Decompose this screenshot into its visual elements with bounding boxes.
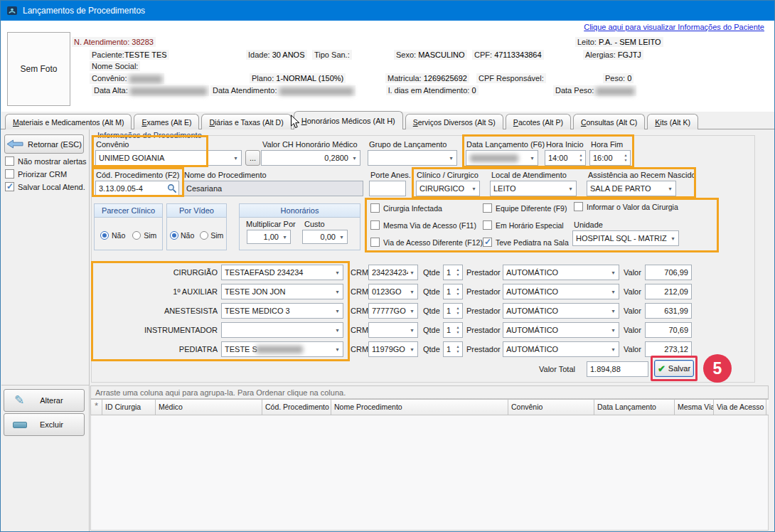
valor-ch-combobox[interactable]: 0,2800 ▾	[261, 150, 360, 166]
crm-combobox[interactable]: 2342342340 ▾	[368, 265, 418, 280]
chevron-down-icon[interactable]: ▾	[608, 323, 619, 337]
prestador-combobox[interactable]: AUTOMÁTICO ▾	[503, 284, 619, 299]
chevron-down-icon[interactable]: ▾	[407, 323, 417, 337]
chevron-down-icon[interactable]: ▾	[668, 231, 678, 245]
team-doctor-combobox[interactable]: TESTAEFASD 234234 ▾	[221, 265, 343, 280]
informar-valor-checkbox[interactable]	[574, 202, 583, 211]
chevron-down-icon[interactable]: ▾	[469, 181, 479, 196]
crm-combobox[interactable]: 11979GO ▾	[368, 341, 418, 357]
qtde-spinner[interactable]: 1 ▲▼	[443, 341, 463, 357]
convenio-combobox[interactable]: UNIMED GOIANIA ▾	[95, 150, 242, 166]
excluir-button[interactable]: Excluir	[4, 413, 85, 436]
spinner-buttons[interactable]: ▲▼	[577, 151, 585, 165]
priorizar-crm-checkbox[interactable]	[5, 169, 14, 179]
equipe-diferente-checkbox[interactable]	[483, 203, 492, 213]
column-header-nome-procedimento[interactable]: Nome Procedimento	[331, 399, 508, 415]
chevron-down-icon[interactable]: ▾	[332, 284, 343, 299]
hora-fim-spinner[interactable]: 16:00 ▲▼	[589, 150, 631, 166]
chevron-down-icon[interactable]: ▾	[230, 151, 241, 165]
chevron-down-icon[interactable]: ▾	[407, 284, 417, 299]
cod-procedimento-field[interactable]: 3.13.09.05-4	[95, 181, 179, 196]
spinner-buttons[interactable]: ▲▼	[454, 323, 462, 337]
chevron-down-icon[interactable]: ▾	[279, 230, 290, 243]
column-header-via-acesso[interactable]: Via de Acesso	[714, 399, 766, 415]
horario-especial-checkbox[interactable]	[483, 220, 492, 230]
unidade-combobox[interactable]: HOSPITAL SQL - MATRIZ ▾	[572, 230, 679, 246]
chevron-down-icon[interactable]: ▾	[332, 342, 343, 356]
prestador-combobox[interactable]: AUTOMÁTICO ▾	[503, 322, 619, 338]
chevron-down-icon[interactable]: ▾	[608, 265, 619, 280]
tab-kits[interactable]: Kits (Alt K)	[647, 114, 698, 129]
mesma-via-checkbox[interactable]	[370, 220, 380, 230]
chevron-down-icon[interactable]: ▾	[608, 342, 619, 356]
spinner-buttons[interactable]: ▲▼	[454, 265, 462, 280]
chevron-down-icon[interactable]: ▾	[332, 323, 343, 337]
tab-diarias[interactable]: Diárias e Taxas (Alt D)	[201, 114, 291, 129]
chevron-down-icon[interactable]: ▾	[565, 181, 576, 196]
tab-pacotes[interactable]: Pacotes (Alt P)	[506, 114, 571, 129]
spinner-buttons[interactable]: ▲▼	[454, 342, 462, 356]
chevron-down-icon[interactable]: ▾	[665, 181, 675, 196]
qtde-spinner[interactable]: 1 ▲▼	[443, 303, 463, 319]
chevron-down-icon[interactable]: ▾	[407, 265, 417, 280]
grid-body-empty[interactable]	[90, 415, 769, 531]
pediatra-sala-checkbox[interactable]	[483, 238, 492, 247]
porte-anes-field[interactable]	[369, 181, 406, 196]
spinner-buttons[interactable]: ▲▼	[621, 151, 630, 165]
valor-field[interactable]: 212,09	[645, 284, 692, 299]
local-atendimento-combobox[interactable]: LEITO ▾	[490, 181, 577, 196]
nao-mostrar-alertas-checkbox[interactable]	[5, 156, 14, 166]
salvar-local-checkbox[interactable]	[5, 182, 14, 191]
cirurgia-infectada-checkbox[interactable]	[370, 203, 380, 213]
spinner-buttons[interactable]: ▲▼	[454, 284, 462, 299]
chevron-down-icon[interactable]: ▾	[332, 304, 343, 318]
alterar-button[interactable]: ✎ Alterar	[4, 389, 85, 412]
team-doctor-combobox[interactable]: TESTE JON JON ▾	[221, 284, 343, 299]
salvar-button[interactable]: ✔ Salvar	[654, 360, 694, 377]
team-doctor-combobox[interactable]: TESTE S ▾	[221, 341, 343, 357]
column-header-mesma-via[interactable]: Mesma Via (	[675, 399, 714, 415]
prestador-combobox[interactable]: AUTOMÁTICO ▾	[503, 303, 619, 319]
valor-field[interactable]: 706,99	[645, 265, 692, 280]
hora-inicio-spinner[interactable]: 14:00 ▲▼	[545, 150, 586, 166]
chevron-down-icon[interactable]: ▾	[446, 151, 456, 165]
multiplicar-combobox[interactable]: 1,00 ▾	[247, 230, 291, 244]
qtde-spinner[interactable]: 1 ▲▼	[443, 284, 463, 299]
qtde-spinner[interactable]: 1 ▲▼	[443, 322, 463, 338]
clinico-cirurgico-combobox[interactable]: CIRURGICO ▾	[416, 181, 480, 196]
tab-consultas[interactable]: Consultas (Alt C)	[573, 114, 645, 129]
chevron-down-icon[interactable]: ▾	[332, 265, 343, 280]
column-header-convenio[interactable]: Convênio	[508, 399, 594, 415]
patient-info-link[interactable]: Clique aqui para visualizar Informações …	[584, 23, 764, 31]
valor-field[interactable]: 273,12	[645, 341, 692, 357]
crm-combobox[interactable]: ▾	[368, 322, 418, 338]
video-sim-radio[interactable]	[200, 231, 208, 240]
column-header-id-cirurgia[interactable]: ID Cirurgia	[102, 399, 156, 415]
tab-materiais[interactable]: Materiais e Medicamentos (Alt M)	[5, 114, 132, 129]
crm-combobox[interactable]: 0123GO ▾	[368, 284, 418, 299]
assistencia-rn-combobox[interactable]: SALA DE PARTO ▾	[587, 181, 676, 196]
prestador-combobox[interactable]: AUTOMÁTICO ▾	[503, 265, 619, 280]
chevron-down-icon[interactable]: ▾	[349, 151, 360, 165]
team-doctor-combobox[interactable]: TESTE MEDICO 3 ▾	[221, 303, 343, 319]
valor-field[interactable]: 70,69	[645, 322, 692, 338]
column-header-cod-procedimento[interactable]: Cód. Procedimento	[262, 399, 331, 415]
spinner-buttons[interactable]: ▲▼	[454, 304, 462, 318]
via-diferente-checkbox[interactable]	[370, 238, 380, 247]
valor-field[interactable]: 631,99	[645, 303, 692, 319]
qtde-spinner[interactable]: 1 ▲▼	[443, 265, 463, 280]
chevron-down-icon[interactable]: ▾	[407, 342, 417, 356]
tab-honorarios[interactable]: Honorários Médicos (Alt H)	[294, 111, 403, 129]
grid-groupby-bar[interactable]: Arraste uma coluna aqui para agrupa-la. …	[90, 385, 769, 399]
chevron-down-icon[interactable]: ▾	[527, 151, 538, 165]
column-header-clipped[interactable]: E	[766, 399, 769, 415]
browse-button[interactable]: ...	[245, 150, 260, 166]
grupo-lancamento-combobox[interactable]: ▾	[368, 150, 457, 166]
chevron-down-icon[interactable]: ▾	[608, 284, 619, 299]
chevron-down-icon[interactable]: ▾	[608, 304, 619, 318]
tab-servicos[interactable]: Serviços Diversos (Alt S)	[405, 114, 503, 129]
video-nao-radio[interactable]	[170, 231, 178, 240]
custo-combobox[interactable]: 0,00 ▾	[302, 230, 348, 244]
team-doctor-combobox[interactable]: ▾	[221, 322, 343, 338]
retornar-button[interactable]: Retornar (ESC)	[4, 134, 84, 154]
